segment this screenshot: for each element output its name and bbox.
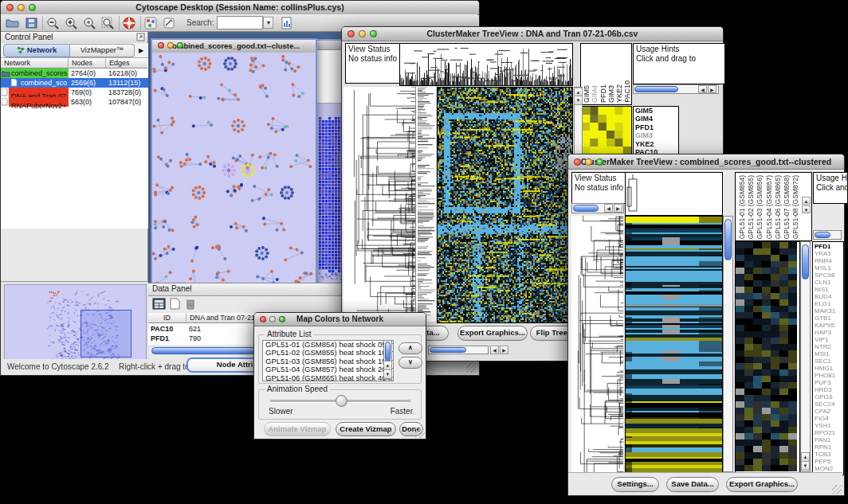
tab-overflow-arrow[interactable]: ▶ — [139, 47, 143, 54]
vizmap-icon[interactable] — [144, 17, 159, 29]
tv2-save-data-button[interactable]: Save Data... — [666, 477, 719, 492]
minimize-button[interactable] — [359, 30, 366, 37]
tv2-heatmap-canvas[interactable] — [625, 216, 723, 474]
move-up-button[interactable]: ∧ — [398, 342, 422, 354]
tv2-export-graphics-button[interactable]: Export Graphics... — [726, 477, 798, 492]
network-file-icon — [2, 88, 8, 96]
tab-network[interactable]: Network — [3, 44, 70, 57]
zoom-fit-icon[interactable] — [101, 17, 116, 29]
desktop: Cytoscape Desktop (Session Name: collins… — [0, 0, 848, 504]
minimize-button[interactable] — [585, 158, 592, 166]
tv2-usage-hscrollbar[interactable] — [813, 230, 842, 240]
main-title-bar[interactable]: Cytoscape Desktop (Session Name: collins… — [1, 1, 479, 15]
resize-grip[interactable] — [415, 428, 425, 438]
close-button[interactable] — [158, 42, 164, 49]
attribute-browser-icon[interactable] — [280, 17, 294, 29]
network-window-title-bar[interactable]: combined_scores_good.txt--cluste... — [152, 40, 316, 53]
resize-grip[interactable] — [832, 485, 842, 494]
scroll-corner — [317, 50, 344, 104]
data-col-id[interactable]: ID — [148, 313, 186, 323]
zoom-button[interactable] — [29, 4, 36, 11]
tv2-zoom-vscrollbar[interactable]: ▲ ▼ — [800, 241, 811, 472]
birdseye-viewport[interactable] — [80, 310, 132, 357]
tv2-vscrollbar[interactable] — [723, 216, 733, 472]
tv2-col-label: GPL51-03 (GSM856) — [756, 175, 764, 239]
network-row-1[interactable]: combined_scores 2764(0) 16218(0) — [1, 68, 148, 78]
network-row-4[interactable]: RNAPuberNov2+ 563(0) 107847(0) — [1, 97, 148, 107]
col-header-nodes[interactable]: Nodes — [69, 58, 106, 68]
tab-vizmapper-label: VizMapper™ — [80, 45, 124, 54]
control-panel-tabs: Network VizMapper™ ▶ — [1, 43, 148, 58]
zoom-button[interactable] — [177, 42, 183, 49]
tv2-title-bar[interactable]: ClusterMaker TreeView : combined_scores_… — [568, 154, 844, 170]
tv1-hscrollbar[interactable] — [428, 346, 489, 354]
minimize-button[interactable] — [167, 42, 174, 49]
gene-label: GTB1 — [813, 315, 843, 322]
open-session-icon[interactable] — [6, 17, 20, 29]
minimize-button[interactable] — [18, 4, 25, 11]
close-button[interactable] — [260, 316, 266, 322]
close-button[interactable] — [347, 30, 355, 37]
tv2-left-hscrollbar[interactable]: ◀ ▶ — [571, 203, 624, 213]
speed-slider-thumb[interactable] — [336, 395, 347, 407]
attribute-table-icon[interactable] — [152, 298, 166, 310]
main-window-title: Cytoscape Desktop (Session Name: collins… — [135, 2, 344, 12]
network-file-icon — [11, 79, 18, 87]
tv1-heatmap-canvas[interactable] — [437, 87, 573, 323]
col-header-edges[interactable]: Edges — [106, 58, 147, 68]
attribute-listbox[interactable]: GPL51-01 (GSM854) heat shock 05 minGPL51… — [262, 340, 394, 381]
dense-network-canvas[interactable] — [319, 111, 343, 279]
network-window-title: combined_scores_good.txt--cluste... — [168, 41, 300, 50]
annotation-icon[interactable] — [163, 17, 177, 29]
move-down-button[interactable]: ∨ — [398, 357, 422, 369]
zoom-out-icon[interactable] — [46, 17, 61, 29]
animate-vizmap-button-disabled: Animate Vizmap — [264, 422, 331, 436]
tab-vizmapper[interactable]: VizMapper™ — [70, 44, 135, 57]
attribute-list-group: Attribute List GPL51-01 (GSM854) heat sh… — [258, 334, 422, 384]
create-vizmap-button[interactable]: Create Vizmap — [336, 422, 396, 436]
window-title-fragment[interactable] — [317, 41, 344, 50]
search-input[interactable] — [217, 16, 263, 29]
gene-label: SEC24 — [813, 400, 843, 408]
resize-grip[interactable] — [466, 363, 476, 373]
tv2-row-dendrogram[interactable] — [571, 216, 623, 472]
search-dropdown-arrow[interactable]: ▼ — [263, 17, 273, 29]
tv1-row-dendrogram[interactable] — [344, 87, 415, 322]
zoom-in-icon[interactable] — [65, 17, 79, 29]
tv2-gene-list: PFD1YRA1RNR4MSL1SPC98CLN1NIS1BUD4ELG1MAK… — [812, 241, 844, 475]
save-session-icon[interactable] — [25, 17, 39, 29]
tv1-zoom-matrix-canvas[interactable] — [581, 106, 632, 155]
attribute-item[interactable]: GPL51-06 (GSM865) heat shock 40 min — [263, 374, 393, 381]
gene-label: MSI1 — [813, 350, 843, 357]
dialog-title-bar[interactable]: Map Colors to Network — [254, 313, 426, 326]
tv2-settings-button[interactable]: Settings... — [611, 477, 659, 492]
data-row-id[interactable]: PFD1 — [148, 334, 186, 343]
tv1-usage-hscrollbar[interactable]: ◀ ▶ — [633, 84, 719, 94]
network-canvas[interactable] — [152, 53, 316, 287]
zoom-button[interactable] — [370, 30, 377, 37]
close-button[interactable] — [574, 158, 581, 166]
birdseye-view[interactable] — [1, 281, 148, 366]
attribute-list-scrollbar[interactable]: ▲ ▼ — [383, 340, 392, 380]
tv1-title-bar[interactable]: ClusterMaker TreeView : DNA and Tran 07-… — [342, 27, 723, 41]
help-lifesaver-icon[interactable] — [123, 17, 137, 29]
network-row-3[interactable]: DNA and Tran 07 769(0) 183728(0) — [1, 88, 148, 97]
network-row-2-selected[interactable]: combined_sco 2569(6) 13112(15) — [1, 78, 148, 88]
tv1-col-labels-box: GIM5GIM4PFD1GIM3YKE2PAC10 — [580, 43, 632, 105]
zoom-button[interactable] — [279, 316, 285, 322]
float-panel-icon[interactable] — [136, 33, 145, 41]
tv2-zoom-heatmap-canvas[interactable] — [736, 242, 797, 471]
tv2-col-label: GPL51-01 (GSM854) — [738, 175, 747, 239]
zoom-selected-icon[interactable] — [83, 17, 97, 29]
tv1-column-dendrogram[interactable] — [399, 43, 573, 86]
new-attribute-icon[interactable] — [170, 298, 181, 310]
gene-label: ELG1 — [813, 300, 843, 307]
view-status-line: No status info — [575, 183, 626, 193]
data-row-id[interactable]: PAC10 — [148, 324, 186, 334]
gene-label: PUF3 — [813, 379, 843, 386]
col-header-network[interactable]: Network — [1, 58, 69, 68]
delete-attribute-icon[interactable] — [185, 298, 196, 310]
tv1-export-graphics-button[interactable]: Export Graphics... — [457, 326, 528, 341]
zoom-button[interactable] — [596, 158, 603, 166]
close-button[interactable] — [6, 4, 14, 11]
